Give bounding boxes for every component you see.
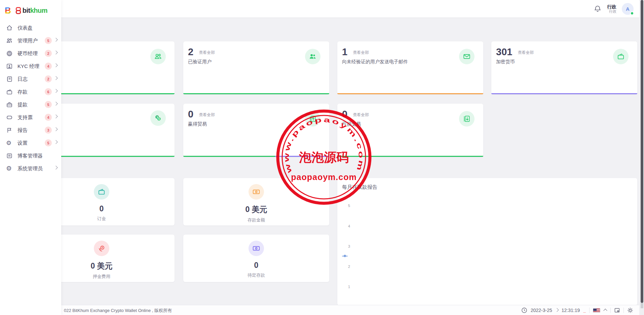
trade-down-icon [459,111,475,127]
wallet-open-icon [6,89,13,95]
chevron-right-icon [54,166,58,169]
chevron-right-icon [54,89,58,93]
footer-time: 12:31:19 [562,308,580,313]
deposit-amount: 0 美元 [183,204,329,215]
brand-row[interactable]: B bitkhum [0,0,61,17]
sidebar-item-coin-manager[interactable]: $ 硬币经理 2 [0,47,61,60]
user-name: 行政 [607,4,616,9]
fullscreen-icon[interactable] [614,307,620,313]
sidebar-item-logs[interactable]: 日志 2 [0,73,61,85]
crypto-count: 301 [496,47,512,57]
wallet-teal-icon [94,184,109,200]
divider [589,308,590,313]
notification-bell-icon[interactable] [594,5,602,13]
verified-users-count: 2 [188,47,193,57]
chevron-right-icon [54,102,58,105]
menu-badge: 5 [45,101,52,108]
envelope-icon [459,49,475,64]
wallet-icon [613,49,629,64]
ticket-icon [6,114,13,121]
flag-icon [6,127,13,134]
win-trades-count: 0 [188,109,193,119]
users-icon [6,37,13,44]
b-logo: B [5,6,11,15]
sidebar-item-settings[interactable]: ⚙ 设置 5 [0,137,61,149]
fee-red-icon: $ [94,241,109,256]
menu-badge: 2 [45,50,52,57]
scrollbar-track[interactable] [639,0,644,315]
banknote-purple-icon [249,241,264,256]
menu-badge: 5 [45,139,52,146]
users-outline-icon [150,49,166,64]
sidebar-item-manage-users[interactable]: 管理用户 5 [0,34,61,47]
view-all-link[interactable]: 查看全部 [353,50,369,56]
article-icon [6,152,13,159]
sidebar-item-reports[interactable]: 报告 3 [0,124,61,137]
bitkhum-mark-icon [15,7,22,14]
copyright-text: 022 BitKhum Exchange Crypto Wallet Onlin… [64,308,172,314]
divider [610,308,611,313]
gear-icon: ⚙ [6,140,13,146]
top-header: 行政 行政 A [0,0,644,18]
theme-sun-icon[interactable] [627,307,633,313]
user-meta[interactable]: 行政 行政 [607,4,616,14]
sidebar-item-blog-manager[interactable]: 博客管理器 [0,149,61,162]
stat-card-cryptocurrencies: 301 查看全部 加密货币 [491,41,637,94]
sidebar-item-kyc-manager[interactable]: KYC 经理 4 [0,60,61,73]
id-card-icon [6,63,13,70]
loss-trades-count: 0 [342,109,347,119]
footer-date: 2022-3-25 [531,308,552,313]
clock-icon [521,307,527,313]
view-all-link[interactable]: 查看全部 [199,112,215,118]
briefcase-icon [6,101,13,108]
sidebar-item-system-admin[interactable]: ⚙ 系统管理员 [0,162,61,175]
sidebar-item-withdrawals[interactable]: 提款 5 [0,98,61,111]
pending-deposit-count: 0 [183,261,329,270]
avatar[interactable]: A [622,3,634,15]
sidebar-item-deposits[interactable]: 存款 6 [0,85,61,98]
view-all-link[interactable]: 查看全部 [518,50,534,56]
us-flag-icon[interactable] [593,308,600,313]
sidebar-menu: 仪表盘 管理用户 5 $ 硬币经理 2 KYC 经理 4 日志 2 存款 6 [0,22,61,175]
scrollbar-thumb[interactable] [641,0,643,303]
summary-card-pending-deposit: 0 待定存款 [183,235,329,282]
sidebar-item-dashboard[interactable]: 仪表盘 [0,22,61,34]
menu-badge: 5 [45,37,52,44]
gear-solid-icon: ⚙ [6,165,13,172]
chevron-right-icon [54,38,58,41]
y-tick-2: 2 [337,265,350,269]
svg-text:$: $ [102,246,103,249]
brand-khum: khum [30,7,47,14]
view-all-link[interactable]: 查看全部 [353,112,369,118]
menu-badge: 3 [45,127,52,134]
chart-title: 每月存取款报告 [342,184,377,190]
y-tick-1: 1 [337,285,350,289]
svg-text:$: $ [158,117,160,120]
divider [623,308,624,313]
chevron-right-icon [54,63,58,67]
notebook-icon [6,76,13,82]
chevron-right-icon [555,308,559,312]
view-all-link[interactable]: 查看全部 [199,50,215,56]
chevron-right-icon [54,50,58,54]
stat-card-loss-trades: 0 查看全部 亏损交易 [337,104,483,157]
chevron-right-icon [54,114,58,118]
summary-label: 存款金额 [183,217,329,223]
sidebar: B bitkhum 仪表盘 管理用户 5 $ 硬币经理 2 KYC 经理 4 [0,0,61,315]
footer: 022 BitKhum Exchange Crypto Wallet Onlin… [0,305,644,315]
users-filled-icon [305,49,320,64]
monthly-report-chart-panel: 每月存取款报告 5 4 3 2 1 [337,178,637,305]
brand-bit: bit [23,7,30,14]
chevron-right-icon [54,140,58,144]
home-icon [6,25,13,31]
coin-icon: $ [6,50,13,57]
caret-up-icon[interactable] [604,309,607,311]
summary-card-deposit-amount: 0 美元 存款金额 [183,178,329,225]
avatar-letter: A [626,6,630,12]
chart-legend-icon [342,255,348,257]
sidebar-item-support-tickets[interactable]: 支持票 4 [0,111,61,124]
stat-card-verified-users: 2 查看全部 已验证用户 [183,41,329,94]
banknote-orange-icon [249,184,264,200]
online-status-dot [630,11,634,15]
menu-badge: 4 [45,114,52,121]
